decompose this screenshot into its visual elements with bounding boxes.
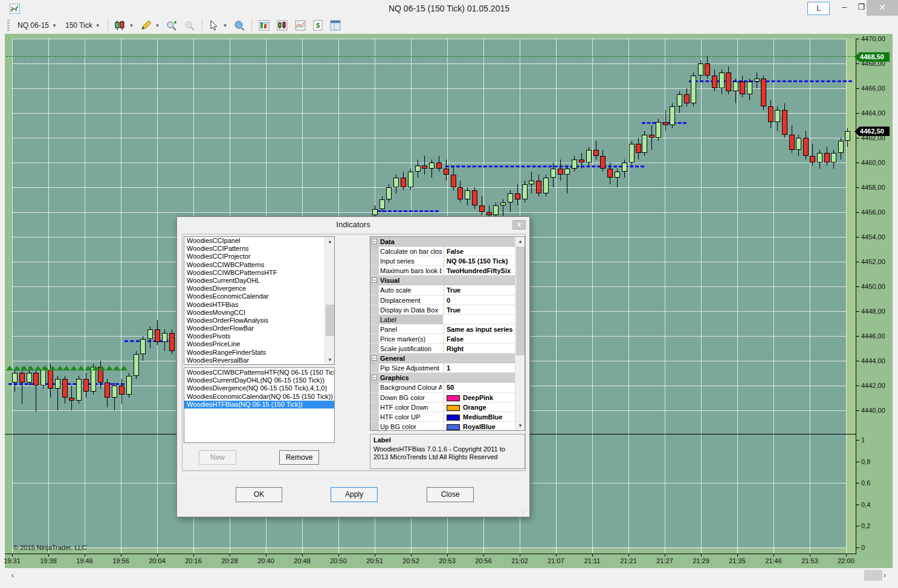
- property-category[interactable]: −Graphics: [370, 373, 515, 383]
- chart-properties-button[interactable]: [292, 18, 309, 33]
- applied-indicator-item[interactable]: WoodiesHTFBias(NQ 06-15 (150 Tick)): [184, 401, 334, 409]
- available-indicator-item[interactable]: WoodiesReversalBar: [184, 357, 334, 364]
- zoom-out-button[interactable]: [181, 19, 198, 32]
- indent-strip: [370, 393, 379, 402]
- toolbar-grip[interactable]: [7, 20, 10, 31]
- property-value[interactable]: DeepPink: [444, 393, 515, 402]
- available-indicator-item[interactable]: WoodiesDivergence: [184, 285, 334, 292]
- scroll-down-icon[interactable]: ▼: [325, 355, 335, 364]
- dialog-close-action-button[interactable]: Close: [427, 487, 474, 502]
- property-value[interactable]: False: [444, 334, 515, 344]
- property-row[interactable]: HTF color UPMediumBlue: [370, 412, 515, 422]
- close-button[interactable]: ✕: [867, 0, 898, 16]
- data-series-button[interactable]: [274, 18, 291, 33]
- list-scrollbar[interactable]: ▲ ▼: [325, 237, 334, 364]
- property-category[interactable]: −Data: [370, 237, 515, 247]
- resize-grip[interactable]: ⋰: [522, 509, 528, 515]
- collapse-icon[interactable]: −: [372, 239, 377, 244]
- property-row[interactable]: Label: [370, 315, 515, 325]
- scroll-right-icon[interactable]: ›: [878, 569, 891, 582]
- scroll-down-icon[interactable]: ▼: [515, 421, 525, 430]
- property-value[interactable]: True: [444, 305, 515, 315]
- property-value[interactable]: 1: [444, 363, 515, 373]
- applied-indicator-item[interactable]: WoodiesEconomicCalendar(NQ 06-15 (150 Ti…: [184, 393, 334, 401]
- available-indicator-item[interactable]: WoodiesEconomicCalendar: [184, 292, 334, 300]
- collapse-icon[interactable]: −: [372, 355, 377, 361]
- interval-selector[interactable]: 150 Tick ▼: [61, 19, 105, 31]
- available-indicator-item[interactable]: WoodiesCCIPatterns: [184, 245, 334, 253]
- apply-button[interactable]: Apply: [331, 487, 378, 502]
- pencil-icon: [140, 20, 152, 31]
- property-row[interactable]: Displacement0: [370, 296, 515, 305]
- property-value[interactable]: 0: [444, 296, 515, 305]
- property-value[interactable]: RoyalBlue: [444, 422, 515, 431]
- available-indicator-item[interactable]: WoodiesCCIpanel: [184, 237, 334, 245]
- available-indicator-item[interactable]: WoodiesCCIWBCPatterns: [184, 261, 334, 269]
- available-indicator-item[interactable]: WoodiesMovingCCI: [184, 309, 334, 317]
- property-row[interactable]: Pip Size Adjustment1: [370, 363, 515, 373]
- chart-style-button[interactable]: ▼: [112, 19, 137, 32]
- available-indicator-item[interactable]: WoodiesRangeFinderStats: [184, 349, 334, 357]
- property-row[interactable]: Up BG colorRoyalBlue: [370, 422, 515, 431]
- zoom-in-button[interactable]: [163, 19, 180, 32]
- link-button[interactable]: L: [807, 2, 830, 15]
- property-value[interactable]: 50: [444, 383, 515, 392]
- available-indicator-item[interactable]: WoodiesOrderFlowBar: [184, 325, 334, 332]
- property-value[interactable]: True: [444, 285, 515, 295]
- minimize-button[interactable]: –: [835, 0, 853, 16]
- collapse-icon[interactable]: −: [372, 277, 377, 283]
- chart-trader-button[interactable]: $: [310, 18, 326, 33]
- applied-indicators-list[interactable]: WoodiesCCIWBCPatternsHTF(NQ 06-15 (150 T…: [184, 367, 335, 443]
- available-indicator-item[interactable]: WoodiesCCIWBCPatternsHTF: [184, 269, 334, 277]
- property-value[interactable]: Same as input series: [444, 325, 515, 334]
- property-value[interactable]: NQ 06-15 (150 Tick): [444, 256, 515, 266]
- scrollbar-thumb[interactable]: [516, 247, 525, 355]
- indicators-button[interactable]: [256, 18, 273, 33]
- available-indicator-item[interactable]: WoodiesPriceLine: [184, 340, 334, 348]
- properties-button[interactable]: [327, 18, 344, 33]
- property-row[interactable]: Maximum bars look backTwoHundredFiftySix: [370, 266, 515, 276]
- available-indicator-item[interactable]: WoodiesHTFBias: [184, 301, 334, 309]
- dialog-close-button[interactable]: x: [512, 220, 526, 230]
- property-row[interactable]: HTF color DownOrange: [370, 402, 515, 412]
- property-value[interactable]: TwoHundredFiftySix: [444, 266, 515, 276]
- scrollbar-thumb[interactable]: [326, 305, 334, 336]
- applied-indicator-item[interactable]: WoodiesCCIWBCPatternsHTF(NQ 06-15 (150 T…: [184, 369, 334, 376]
- instrument-selector[interactable]: NQ 06-15 ▼: [13, 19, 61, 31]
- property-row[interactable]: Input seriesNQ 06-15 (150 Tick): [370, 256, 515, 266]
- applied-indicator-item[interactable]: WoodiesCurrentDayOHL(NQ 06-15 (150 Tick)…: [184, 376, 334, 384]
- horizontal-scrollbar[interactable]: ‹ ›: [5, 569, 893, 582]
- cursor-button[interactable]: ▼: [206, 19, 230, 32]
- property-name: Down BG color: [380, 393, 442, 402]
- data-box-button[interactable]: [231, 19, 248, 32]
- available-indicator-item[interactable]: WoodiesCCIProjector: [184, 253, 334, 260]
- property-value[interactable]: False: [444, 247, 515, 256]
- property-grid[interactable]: −DataCalculate on bar closeFalseInput se…: [370, 236, 525, 431]
- property-row[interactable]: Calculate on bar closeFalse: [370, 247, 515, 256]
- property-row[interactable]: Auto scaleTrue: [370, 285, 515, 295]
- property-row[interactable]: Background Colour Alpha50: [370, 383, 515, 392]
- available-indicator-item[interactable]: WoodiesOrderFlowAnalysis: [184, 317, 334, 325]
- drawing-tools-button[interactable]: ▼: [138, 19, 163, 32]
- available-indicator-item[interactable]: WoodiesPivots: [184, 332, 334, 340]
- property-row[interactable]: Display in Data BoxTrue: [370, 305, 515, 315]
- property-value[interactable]: MediumBlue: [444, 412, 515, 422]
- remove-button[interactable]: Remove: [279, 450, 319, 465]
- property-row[interactable]: Down BG colorDeepPink: [370, 393, 515, 402]
- property-value[interactable]: Orange: [444, 402, 515, 412]
- property-category[interactable]: −General: [370, 354, 515, 363]
- property-value[interactable]: Right: [444, 344, 515, 354]
- scroll-left-icon[interactable]: ‹: [6, 569, 19, 582]
- ok-button[interactable]: OK: [236, 487, 282, 502]
- property-row[interactable]: Price marker(s)False: [370, 334, 515, 344]
- scroll-up-icon[interactable]: ▲: [325, 237, 335, 246]
- applied-indicator-item[interactable]: WoodiesDivergence(NQ 06-15 (150 Tick),4,…: [184, 384, 334, 392]
- available-indicators-list[interactable]: WoodiesCCIpanelWoodiesCCIPatternsWoodies…: [184, 236, 335, 365]
- property-grid-scrollbar[interactable]: ▲ ▼: [515, 237, 525, 430]
- property-row[interactable]: Scale justificationRight: [370, 344, 515, 354]
- scroll-up-icon[interactable]: ▲: [515, 237, 525, 246]
- property-row[interactable]: PanelSame as input series: [370, 325, 515, 334]
- collapse-icon[interactable]: −: [372, 375, 377, 380]
- available-indicator-item[interactable]: WoodiesCurrentDayOHL: [184, 277, 334, 285]
- property-category[interactable]: −Visual: [370, 276, 515, 285]
